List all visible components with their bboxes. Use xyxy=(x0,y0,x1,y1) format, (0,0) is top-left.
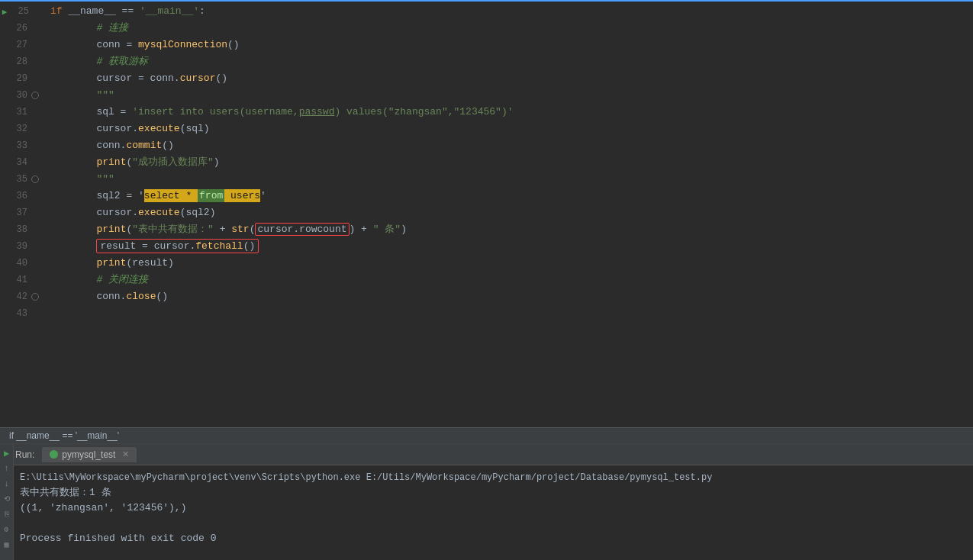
line-num-30: 30 xyxy=(11,90,27,101)
marker-36 xyxy=(31,191,40,201)
line-content-37: cursor.execute(sql2) xyxy=(46,204,973,221)
line-num-26: 26 xyxy=(11,23,27,34)
line-num-36: 36 xyxy=(11,191,27,201)
line-content-26: # 连接 xyxy=(46,20,973,37)
line-content-33: conn.commit() xyxy=(46,137,973,154)
line-num-25: 25 xyxy=(12,6,29,17)
marker-26 xyxy=(31,24,40,33)
run-play-button[interactable]: ▶ xyxy=(1,447,13,459)
marker-31 xyxy=(31,108,40,117)
marker-42 xyxy=(31,292,40,301)
line-num-34: 34 xyxy=(11,157,27,168)
line-num-33: 33 xyxy=(11,140,27,151)
line-content-27: conn = mysqlConnection() xyxy=(46,37,973,53)
console-line-5: Process finished with exit code 0 xyxy=(20,531,967,546)
breadcrumb: if __name__ == '__main__' xyxy=(9,430,119,441)
run-scroll-down-button[interactable]: ↓ xyxy=(1,478,13,490)
code-line-29: 29 cursor = conn.cursor() xyxy=(0,70,973,87)
line-content-32: cursor.execute(sql) xyxy=(46,121,973,137)
line-content-28: # 获取游标 xyxy=(46,53,973,70)
line-content-40: print(result) xyxy=(46,255,973,272)
run-arrow-icon: ▶ xyxy=(0,7,9,16)
line-content-30: """ xyxy=(46,87,973,104)
marker-28 xyxy=(31,57,40,66)
code-line-36: 36 sql2 = 'select * from users' xyxy=(0,188,973,204)
line-num-28: 28 xyxy=(11,56,27,67)
marker-43 xyxy=(31,309,40,318)
run-tab[interactable]: pymysql_test ✕ xyxy=(42,447,137,462)
line-num-32: 32 xyxy=(11,124,27,134)
code-line-41: 41 # 关闭连接 xyxy=(0,272,973,288)
code-line-38: 38 print("表中共有数据：" + str(cursor.rowcount… xyxy=(0,221,973,238)
line-num-39: 39 xyxy=(11,241,27,252)
marker-27 xyxy=(31,40,40,50)
marker-35 xyxy=(31,175,40,184)
code-line-31: 31 sql = 'insert into users(username,pas… xyxy=(0,104,973,121)
code-line-37: 37 cursor.execute(sql2) xyxy=(0,204,973,221)
run-copy-button[interactable]: ⎘ xyxy=(1,508,13,520)
code-line-30: 30 """ xyxy=(0,87,973,104)
line-num-31: 31 xyxy=(11,107,27,117)
marker-37 xyxy=(31,208,40,217)
code-line-25: ▶ 25 if __name__ == '__main__': xyxy=(0,3,973,20)
code-line-43: 43 xyxy=(0,305,973,322)
run-wrap-button[interactable]: ⟲ xyxy=(1,493,13,505)
code-line-28: 28 # 获取游标 xyxy=(0,53,973,70)
line-num-35: 35 xyxy=(11,174,27,185)
run-scroll-up-button[interactable]: ↑ xyxy=(1,462,13,475)
line-num-43: 43 xyxy=(11,308,27,319)
marker-39 xyxy=(31,242,40,251)
code-line-34: 34 print("成功插入数据库") xyxy=(0,154,973,171)
line-content-38: print("表中共有数据：" + str(cursor.rowcount) +… xyxy=(46,221,973,238)
code-line-40: 40 print(result) xyxy=(0,255,973,272)
tab-name: pymysql_test xyxy=(62,449,115,460)
run-settings-button[interactable]: ⚙ xyxy=(1,523,13,536)
code-editor: ▶ 25 if __name__ == '__main__': 26 # 连接 … xyxy=(0,0,973,427)
marker-30 xyxy=(31,91,40,100)
line-content-39: result = cursor.fetchall() xyxy=(46,238,973,255)
line-content-29: cursor = conn.cursor() xyxy=(46,70,973,87)
line-content-35: """ xyxy=(46,171,973,188)
marker-25 xyxy=(32,7,41,16)
run-toolbar: ▶ ↑ ↓ ⟲ ⎘ ⚙ ▦ xyxy=(0,444,14,560)
marker-32 xyxy=(31,124,40,134)
code-line-39: 39 result = cursor.fetchall() xyxy=(0,238,973,255)
run-panel: Run: pymysql_test ✕ ▶ ↑ ↓ ⟲ ⎘ ⚙ ▦ E:\Uti… xyxy=(0,444,973,560)
line-num-37: 37 xyxy=(11,208,27,218)
line-content-36: sql2 = 'select * from users' xyxy=(46,188,973,204)
run-label: Run: xyxy=(15,449,34,460)
line-num-42: 42 xyxy=(11,291,27,302)
marker-33 xyxy=(31,141,40,150)
marker-29 xyxy=(31,74,40,83)
console-line-2: 表中共有数据：1 条 xyxy=(20,485,967,500)
code-line-33: 33 conn.commit() xyxy=(0,137,973,154)
console-line-3: ((1, 'zhangsan', '123456'),) xyxy=(20,500,967,516)
line-num-41: 41 xyxy=(11,275,27,285)
console-output: E:\Utils\MyWorkspace\myPycharm\project\v… xyxy=(14,465,973,560)
code-line-32: 32 cursor.execute(sql) xyxy=(0,121,973,137)
tab-close-icon[interactable]: ✕ xyxy=(122,449,129,459)
line-num-38: 38 xyxy=(11,224,27,235)
line-num-40: 40 xyxy=(11,258,27,269)
progress-bar xyxy=(0,0,973,2)
run-filter-button[interactable]: ▦ xyxy=(1,539,13,551)
line-content-31: sql = 'insert into users(username,passwd… xyxy=(46,104,973,121)
code-line-27: 27 conn = mysqlConnection() xyxy=(0,37,973,53)
marker-40 xyxy=(31,259,40,268)
line-content-42: conn.close() xyxy=(46,288,973,305)
marker-41 xyxy=(31,275,40,285)
marker-38 xyxy=(31,225,40,234)
console-line-1: E:\Utils\MyWorkspace\myPycharm\project\v… xyxy=(20,470,967,485)
marker-34 xyxy=(31,158,40,167)
code-line-26: 26 # 连接 xyxy=(0,20,973,37)
line-num-27: 27 xyxy=(11,40,27,50)
console-line-4 xyxy=(20,516,967,531)
line-content-34: print("成功插入数据库") xyxy=(46,154,973,171)
tab-run-icon xyxy=(50,450,58,459)
code-line-35: 35 """ xyxy=(0,171,973,188)
line-content-25: if __name__ == '__main__': xyxy=(47,3,973,20)
line-content-41: # 关闭连接 xyxy=(46,272,973,288)
line-num-29: 29 xyxy=(11,73,27,84)
code-line-42: 42 conn.close() xyxy=(0,288,973,305)
